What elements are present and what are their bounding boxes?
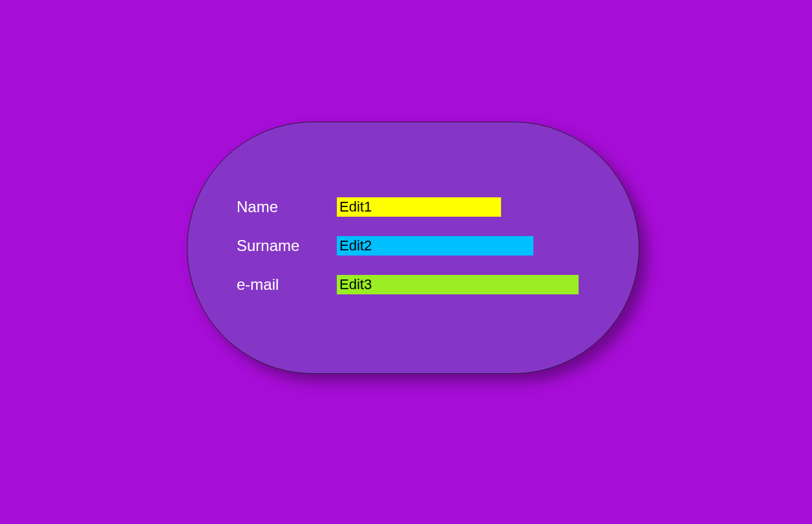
name-label: Name xyxy=(237,198,337,216)
form-row-email: e-mail xyxy=(237,275,579,294)
name-input[interactable] xyxy=(337,197,501,217)
form-row-surname: Surname xyxy=(237,236,533,256)
email-label: e-mail xyxy=(237,276,337,294)
surname-input[interactable] xyxy=(337,236,533,256)
email-input[interactable] xyxy=(337,275,579,294)
surname-label: Surname xyxy=(237,237,337,255)
form-row-name: Name xyxy=(237,197,501,217)
